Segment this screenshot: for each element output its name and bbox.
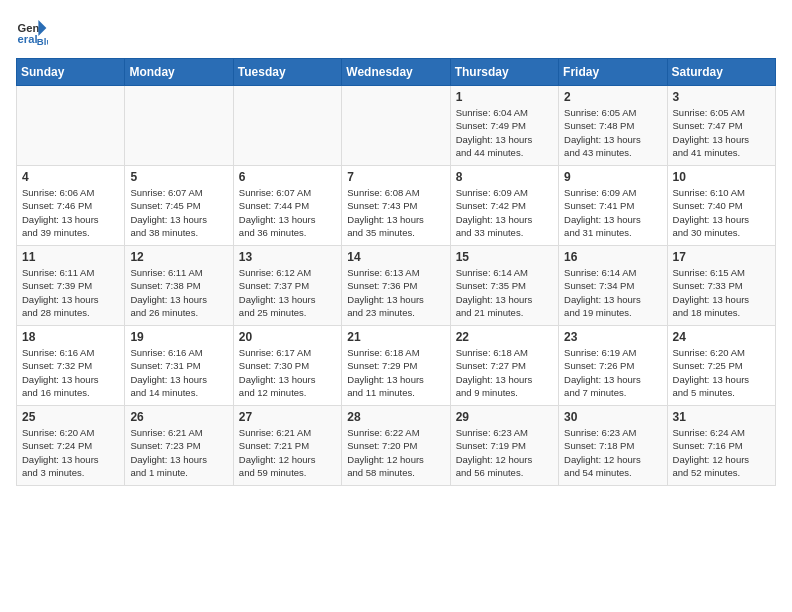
day-number: 11 [22, 250, 119, 264]
day-info: Sunrise: 6:21 AM Sunset: 7:23 PM Dayligh… [130, 426, 227, 479]
day-cell: 14Sunrise: 6:13 AM Sunset: 7:36 PM Dayli… [342, 246, 450, 326]
day-number: 10 [673, 170, 770, 184]
week-row-0: 1Sunrise: 6:04 AM Sunset: 7:49 PM Daylig… [17, 86, 776, 166]
day-cell: 10Sunrise: 6:10 AM Sunset: 7:40 PM Dayli… [667, 166, 775, 246]
header-friday: Friday [559, 59, 667, 86]
day-number: 9 [564, 170, 661, 184]
day-cell: 7Sunrise: 6:08 AM Sunset: 7:43 PM Daylig… [342, 166, 450, 246]
logo: Gen eral Blue [16, 16, 52, 48]
day-number: 25 [22, 410, 119, 424]
day-number: 23 [564, 330, 661, 344]
day-cell: 22Sunrise: 6:18 AM Sunset: 7:27 PM Dayli… [450, 326, 558, 406]
day-info: Sunrise: 6:14 AM Sunset: 7:34 PM Dayligh… [564, 266, 661, 319]
day-info: Sunrise: 6:15 AM Sunset: 7:33 PM Dayligh… [673, 266, 770, 319]
day-cell: 13Sunrise: 6:12 AM Sunset: 7:37 PM Dayli… [233, 246, 341, 326]
day-info: Sunrise: 6:22 AM Sunset: 7:20 PM Dayligh… [347, 426, 444, 479]
day-number: 29 [456, 410, 553, 424]
header-monday: Monday [125, 59, 233, 86]
day-cell: 9Sunrise: 6:09 AM Sunset: 7:41 PM Daylig… [559, 166, 667, 246]
day-number: 5 [130, 170, 227, 184]
header-tuesday: Tuesday [233, 59, 341, 86]
day-cell: 5Sunrise: 6:07 AM Sunset: 7:45 PM Daylig… [125, 166, 233, 246]
day-info: Sunrise: 6:18 AM Sunset: 7:29 PM Dayligh… [347, 346, 444, 399]
day-number: 19 [130, 330, 227, 344]
day-info: Sunrise: 6:08 AM Sunset: 7:43 PM Dayligh… [347, 186, 444, 239]
svg-text:Blue: Blue [37, 36, 48, 47]
svg-text:eral: eral [18, 33, 38, 45]
day-cell: 18Sunrise: 6:16 AM Sunset: 7:32 PM Dayli… [17, 326, 125, 406]
day-number: 6 [239, 170, 336, 184]
day-info: Sunrise: 6:04 AM Sunset: 7:49 PM Dayligh… [456, 106, 553, 159]
day-number: 15 [456, 250, 553, 264]
day-info: Sunrise: 6:05 AM Sunset: 7:48 PM Dayligh… [564, 106, 661, 159]
day-number: 22 [456, 330, 553, 344]
day-info: Sunrise: 6:17 AM Sunset: 7:30 PM Dayligh… [239, 346, 336, 399]
day-cell: 28Sunrise: 6:22 AM Sunset: 7:20 PM Dayli… [342, 406, 450, 486]
day-number: 21 [347, 330, 444, 344]
day-cell: 15Sunrise: 6:14 AM Sunset: 7:35 PM Dayli… [450, 246, 558, 326]
header-wednesday: Wednesday [342, 59, 450, 86]
day-number: 2 [564, 90, 661, 104]
day-info: Sunrise: 6:16 AM Sunset: 7:32 PM Dayligh… [22, 346, 119, 399]
day-cell: 17Sunrise: 6:15 AM Sunset: 7:33 PM Dayli… [667, 246, 775, 326]
day-number: 3 [673, 90, 770, 104]
day-cell: 20Sunrise: 6:17 AM Sunset: 7:30 PM Dayli… [233, 326, 341, 406]
day-cell: 12Sunrise: 6:11 AM Sunset: 7:38 PM Dayli… [125, 246, 233, 326]
day-cell: 2Sunrise: 6:05 AM Sunset: 7:48 PM Daylig… [559, 86, 667, 166]
day-info: Sunrise: 6:09 AM Sunset: 7:41 PM Dayligh… [564, 186, 661, 239]
day-info: Sunrise: 6:21 AM Sunset: 7:21 PM Dayligh… [239, 426, 336, 479]
day-cell: 8Sunrise: 6:09 AM Sunset: 7:42 PM Daylig… [450, 166, 558, 246]
day-number: 1 [456, 90, 553, 104]
day-info: Sunrise: 6:10 AM Sunset: 7:40 PM Dayligh… [673, 186, 770, 239]
day-number: 20 [239, 330, 336, 344]
day-number: 17 [673, 250, 770, 264]
day-info: Sunrise: 6:05 AM Sunset: 7:47 PM Dayligh… [673, 106, 770, 159]
day-number: 31 [673, 410, 770, 424]
day-number: 13 [239, 250, 336, 264]
header-saturday: Saturday [667, 59, 775, 86]
day-number: 4 [22, 170, 119, 184]
day-info: Sunrise: 6:07 AM Sunset: 7:45 PM Dayligh… [130, 186, 227, 239]
day-cell: 24Sunrise: 6:20 AM Sunset: 7:25 PM Dayli… [667, 326, 775, 406]
day-info: Sunrise: 6:20 AM Sunset: 7:25 PM Dayligh… [673, 346, 770, 399]
day-cell: 30Sunrise: 6:23 AM Sunset: 7:18 PM Dayli… [559, 406, 667, 486]
day-info: Sunrise: 6:16 AM Sunset: 7:31 PM Dayligh… [130, 346, 227, 399]
day-number: 26 [130, 410, 227, 424]
day-number: 8 [456, 170, 553, 184]
day-number: 24 [673, 330, 770, 344]
day-info: Sunrise: 6:18 AM Sunset: 7:27 PM Dayligh… [456, 346, 553, 399]
day-cell [125, 86, 233, 166]
day-cell [17, 86, 125, 166]
logo-icon: Gen eral Blue [16, 16, 48, 48]
day-number: 16 [564, 250, 661, 264]
day-cell: 6Sunrise: 6:07 AM Sunset: 7:44 PM Daylig… [233, 166, 341, 246]
day-info: Sunrise: 6:23 AM Sunset: 7:18 PM Dayligh… [564, 426, 661, 479]
week-row-1: 4Sunrise: 6:06 AM Sunset: 7:46 PM Daylig… [17, 166, 776, 246]
day-cell: 19Sunrise: 6:16 AM Sunset: 7:31 PM Dayli… [125, 326, 233, 406]
day-info: Sunrise: 6:14 AM Sunset: 7:35 PM Dayligh… [456, 266, 553, 319]
day-cell: 11Sunrise: 6:11 AM Sunset: 7:39 PM Dayli… [17, 246, 125, 326]
day-cell: 1Sunrise: 6:04 AM Sunset: 7:49 PM Daylig… [450, 86, 558, 166]
day-cell: 16Sunrise: 6:14 AM Sunset: 7:34 PM Dayli… [559, 246, 667, 326]
day-cell: 25Sunrise: 6:20 AM Sunset: 7:24 PM Dayli… [17, 406, 125, 486]
day-info: Sunrise: 6:19 AM Sunset: 7:26 PM Dayligh… [564, 346, 661, 399]
day-number: 30 [564, 410, 661, 424]
day-cell: 27Sunrise: 6:21 AM Sunset: 7:21 PM Dayli… [233, 406, 341, 486]
day-info: Sunrise: 6:11 AM Sunset: 7:38 PM Dayligh… [130, 266, 227, 319]
day-number: 7 [347, 170, 444, 184]
day-cell: 26Sunrise: 6:21 AM Sunset: 7:23 PM Dayli… [125, 406, 233, 486]
week-row-4: 25Sunrise: 6:20 AM Sunset: 7:24 PM Dayli… [17, 406, 776, 486]
week-row-3: 18Sunrise: 6:16 AM Sunset: 7:32 PM Dayli… [17, 326, 776, 406]
day-info: Sunrise: 6:20 AM Sunset: 7:24 PM Dayligh… [22, 426, 119, 479]
day-number: 12 [130, 250, 227, 264]
day-cell: 4Sunrise: 6:06 AM Sunset: 7:46 PM Daylig… [17, 166, 125, 246]
day-info: Sunrise: 6:13 AM Sunset: 7:36 PM Dayligh… [347, 266, 444, 319]
day-cell: 31Sunrise: 6:24 AM Sunset: 7:16 PM Dayli… [667, 406, 775, 486]
day-info: Sunrise: 6:24 AM Sunset: 7:16 PM Dayligh… [673, 426, 770, 479]
header-row: SundayMondayTuesdayWednesdayThursdayFrid… [17, 59, 776, 86]
page-header: Gen eral Blue [16, 16, 776, 48]
calendar-table: SundayMondayTuesdayWednesdayThursdayFrid… [16, 58, 776, 486]
day-info: Sunrise: 6:07 AM Sunset: 7:44 PM Dayligh… [239, 186, 336, 239]
header-sunday: Sunday [17, 59, 125, 86]
day-info: Sunrise: 6:12 AM Sunset: 7:37 PM Dayligh… [239, 266, 336, 319]
